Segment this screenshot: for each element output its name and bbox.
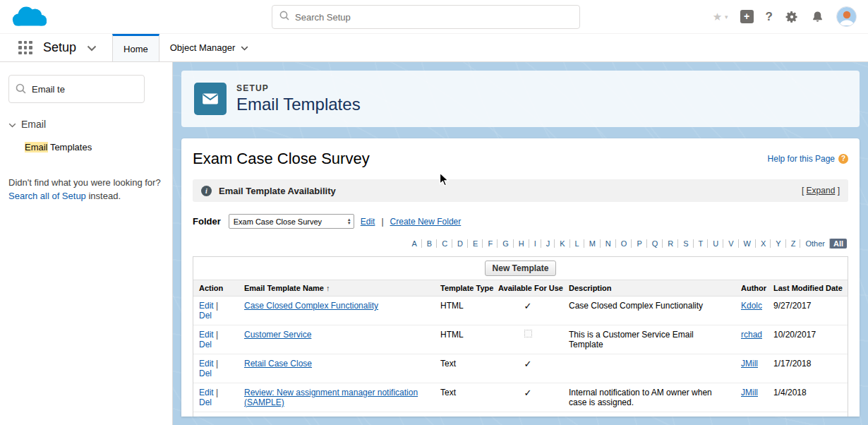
alpha-filter-f[interactable]: F bbox=[482, 239, 495, 248]
sidebar-section-email[interactable]: Email bbox=[0, 119, 172, 130]
del-link[interactable]: Del bbox=[199, 397, 212, 407]
alpha-filter-z[interactable]: Z bbox=[785, 239, 799, 248]
header-author[interactable]: Author bbox=[735, 280, 768, 297]
help-icon[interactable]: ? bbox=[766, 10, 773, 24]
author-link[interactable]: rchad bbox=[741, 330, 762, 340]
alpha-filter-b[interactable]: B bbox=[421, 239, 435, 248]
alpha-filter-g[interactable]: G bbox=[497, 239, 512, 248]
app-chevron-icon[interactable] bbox=[87, 42, 97, 54]
alpha-filter-k[interactable]: K bbox=[554, 239, 567, 248]
alpha-filter-t[interactable]: T bbox=[693, 239, 706, 248]
help-question-icon[interactable]: ? bbox=[838, 154, 848, 164]
author-cell: Kdolc bbox=[735, 297, 768, 325]
alpha-filter-x[interactable]: X bbox=[755, 239, 768, 248]
expand-link[interactable]: Expand bbox=[807, 186, 836, 196]
template-row: Edit | DelWhite House Hotline Email Temp… bbox=[193, 412, 848, 417]
help-for-page-link[interactable]: Help for this Page bbox=[768, 154, 835, 164]
description-cell bbox=[563, 412, 735, 417]
checked-icon: ✓ bbox=[524, 301, 532, 311]
alpha-filter-u[interactable]: U bbox=[707, 239, 721, 248]
alpha-filter-q[interactable]: Q bbox=[646, 239, 661, 248]
tab-home[interactable]: Home bbox=[112, 34, 159, 61]
availability-section-bar: i Email Template Availability [ Expand ] bbox=[193, 179, 848, 202]
folder-select[interactable]: Exam Case Close Survey ▲▼ bbox=[229, 214, 354, 229]
alpha-filter-j[interactable]: J bbox=[541, 239, 553, 248]
notifications-bell-icon[interactable] bbox=[811, 10, 824, 23]
sidebar-item-email-templates[interactable]: Email Templates bbox=[0, 139, 172, 155]
alpha-filter-w[interactable]: W bbox=[738, 239, 754, 248]
edit-link[interactable]: Edit bbox=[199, 388, 214, 397]
alpha-filter-s[interactable]: S bbox=[677, 239, 691, 248]
alpha-filter-o[interactable]: O bbox=[615, 239, 630, 248]
header-action[interactable]: Action bbox=[193, 280, 239, 297]
modified-date-cell: 1/4/2018 bbox=[768, 383, 848, 412]
app-name: Setup bbox=[43, 40, 76, 55]
description-cell: Internal notification to AM owner when c… bbox=[563, 383, 735, 412]
del-link[interactable]: Del bbox=[199, 340, 212, 349]
quick-find-input[interactable] bbox=[8, 75, 145, 103]
favorites-star-icon[interactable]: ★▾ bbox=[713, 11, 728, 23]
alpha-filter-other[interactable]: Other bbox=[800, 239, 828, 248]
tab-object-manager[interactable]: Object Manager bbox=[159, 34, 260, 61]
page-title: Exam Case Close Survey bbox=[193, 150, 370, 168]
alpha-filter-r[interactable]: R bbox=[662, 239, 676, 248]
new-template-button[interactable]: New Template bbox=[485, 261, 557, 276]
author-link[interactable]: Kdolc bbox=[741, 301, 762, 311]
alpha-filter-d[interactable]: D bbox=[452, 239, 466, 248]
search-all-setup-link[interactable]: Search all of Setup bbox=[8, 191, 86, 201]
action-cell: Edit | Del bbox=[193, 412, 239, 417]
favorites-chevron-icon[interactable]: ▾ bbox=[725, 13, 728, 20]
header-description[interactable]: Description bbox=[563, 280, 735, 297]
template-type-cell: HTML bbox=[435, 325, 493, 354]
alpha-filter-v[interactable]: V bbox=[723, 239, 736, 248]
item-rest: Templates bbox=[48, 142, 92, 152]
tab-home-label: Home bbox=[123, 44, 148, 54]
folder-edit-link[interactable]: Edit bbox=[361, 217, 375, 227]
app-launcher-icon[interactable] bbox=[18, 41, 32, 55]
del-link[interactable]: Del bbox=[199, 311, 212, 321]
global-search-box[interactable] bbox=[272, 5, 580, 29]
template-name-link[interactable]: Retail Case Close bbox=[244, 359, 312, 369]
alpha-filter-a[interactable]: A bbox=[409, 239, 419, 248]
template-name-link[interactable]: Review: New assignment manager notificat… bbox=[244, 388, 418, 407]
author-link[interactable]: JMill bbox=[741, 388, 758, 397]
salesforce-logo-icon[interactable] bbox=[10, 4, 48, 30]
header-modified[interactable]: Last Modified Date bbox=[768, 280, 848, 297]
setup-page-header: SETUP Email Templates bbox=[181, 71, 860, 127]
templates-table-body: Edit | DelCase Closed Complex Functional… bbox=[193, 297, 848, 417]
alpha-filter-e[interactable]: E bbox=[467, 239, 481, 248]
alpha-filter-p[interactable]: P bbox=[631, 239, 644, 248]
alpha-filter-i[interactable]: I bbox=[529, 239, 539, 248]
modified-date-cell: 9/27/2017 bbox=[768, 297, 848, 325]
template-name-cell: Review: New assignment manager notificat… bbox=[239, 383, 435, 412]
author-cell: JMill bbox=[735, 354, 768, 383]
template-name-link[interactable]: Case Closed Complex Functionality bbox=[244, 301, 378, 311]
alpha-filter-all[interactable]: All bbox=[829, 239, 847, 249]
nav-left: Setup bbox=[0, 34, 112, 61]
alpha-filter-m[interactable]: M bbox=[584, 239, 598, 248]
template-name-link[interactable]: Customer Service bbox=[244, 330, 311, 340]
edit-link[interactable]: Edit bbox=[199, 359, 214, 369]
global-actions-icon[interactable]: + bbox=[740, 10, 754, 23]
alpha-filter-y[interactable]: Y bbox=[770, 239, 783, 248]
alpha-filter-l[interactable]: L bbox=[569, 239, 582, 248]
alpha-filter-n[interactable]: N bbox=[600, 239, 614, 248]
templates-table-box: New Template Action Email Template Name … bbox=[193, 256, 848, 417]
alpha-filter-c[interactable]: C bbox=[436, 239, 450, 248]
alpha-filter-h[interactable]: H bbox=[513, 239, 527, 248]
modified-date-cell: 10/17/2017 bbox=[768, 412, 848, 417]
action-cell: Edit | Del bbox=[193, 354, 239, 383]
header-name[interactable]: Email Template Name ↑ bbox=[239, 280, 435, 297]
global-search-input[interactable] bbox=[295, 12, 572, 23]
edit-link[interactable]: Edit bbox=[199, 330, 214, 340]
header-type[interactable]: Template Type bbox=[435, 280, 493, 297]
header-icons: ★▾ + ? bbox=[713, 6, 857, 27]
header-available[interactable]: Available For Use bbox=[493, 280, 563, 297]
setup-gear-icon[interactable] bbox=[785, 10, 799, 24]
create-new-folder-link[interactable]: Create New Folder bbox=[390, 217, 462, 227]
author-link[interactable]: JMill bbox=[741, 359, 758, 369]
edit-link[interactable]: Edit bbox=[199, 301, 214, 311]
del-link[interactable]: Del bbox=[199, 369, 212, 378]
user-avatar[interactable] bbox=[836, 6, 857, 27]
object-manager-chevron-icon bbox=[241, 42, 248, 53]
